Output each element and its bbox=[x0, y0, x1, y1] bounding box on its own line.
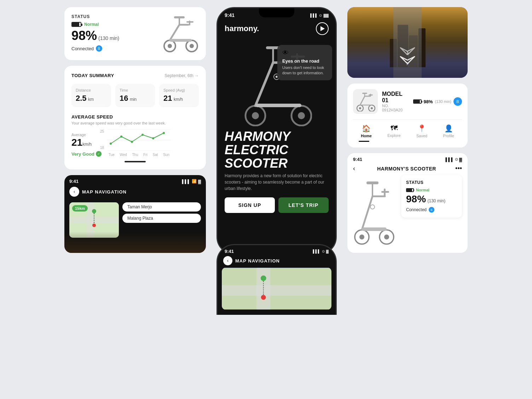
model-battery-group: 98% (130 min) B bbox=[413, 97, 462, 106]
today-summary-card: TODAY SUMMARY September, 6th → Distance … bbox=[64, 66, 206, 169]
status-title: STATUS bbox=[71, 14, 154, 19]
stat-time: Time 16 min bbox=[115, 84, 155, 107]
ssc-signal-icon: ▌▌▌ bbox=[446, 157, 454, 162]
signup-button[interactable]: SIGN UP bbox=[225, 197, 275, 213]
map-navigation-card: 9:41 ▌▌▌ 📶 ▓ ‹ MAP NAVIGATION 15km bbox=[64, 175, 206, 253]
bottom-back-button[interactable]: ‹ bbox=[223, 256, 232, 265]
summary-title: TODAY SUMMARY bbox=[71, 73, 114, 78]
bottom-map-title: MAP NAVIGATION bbox=[235, 258, 280, 264]
profile-tab-icon: 👤 bbox=[444, 124, 453, 133]
signal-icon: ▌▌▌ bbox=[182, 179, 190, 184]
ssc-normal-badge: Normal bbox=[416, 188, 429, 192]
chart-svg bbox=[107, 129, 171, 151]
tab-profile[interactable]: 👤 Profile bbox=[443, 124, 454, 138]
svg-rect-47 bbox=[362, 93, 367, 94]
bottom-status-bar: 9:41 ▌▌▌ ⊙ ▓ bbox=[218, 245, 336, 254]
svg-point-41 bbox=[359, 107, 361, 109]
battery-icon bbox=[71, 22, 81, 27]
model-name: MODEL 01 bbox=[382, 91, 409, 104]
center-column: 9:41 ▌▌▌ ⊙ ▓▓ harmony. bbox=[213, 7, 340, 315]
explore-tab-icon: 🗺 bbox=[391, 124, 398, 132]
km-badge: 15km bbox=[72, 205, 88, 212]
model-scooter-thumb bbox=[353, 89, 378, 114]
phone-scooter-area: 👁 Eyes on the road Users don't need to l… bbox=[218, 38, 336, 130]
ssc-more-button[interactable]: ••• bbox=[455, 165, 462, 172]
phone-notch bbox=[259, 8, 294, 17]
svg-point-17 bbox=[163, 132, 165, 134]
saved-tab-label: Saved bbox=[416, 134, 427, 138]
main-phone: 9:41 ▌▌▌ ⊙ ▓▓ harmony. bbox=[216, 7, 337, 255]
svg-rect-53 bbox=[384, 189, 386, 196]
hero-desc: Harmony provides a new form of solution … bbox=[225, 173, 329, 192]
svg-rect-7 bbox=[174, 16, 185, 18]
play-button[interactable] bbox=[316, 22, 329, 35]
svg-point-27 bbox=[298, 112, 305, 119]
tooltip-bubble: 👁 Eyes on the road Users don't need to l… bbox=[277, 45, 332, 80]
bottom-status-icons: ▌▌▌ ⊙ ▓ bbox=[313, 249, 329, 254]
destinations-list: Taman Merjo Malang Plaza bbox=[122, 202, 201, 223]
tab-saved[interactable]: 📍 Saved bbox=[416, 124, 427, 138]
summary-date: September, 6th → bbox=[164, 73, 199, 78]
hero-buttons: SIGN UP LET'S TRIP bbox=[225, 197, 329, 213]
stat-speed: Speed (Avg) 21 km/h bbox=[159, 84, 199, 107]
ssc-connected-label: Connected bbox=[406, 207, 427, 212]
svg-point-1 bbox=[168, 44, 172, 48]
model-battery-icon bbox=[413, 99, 422, 104]
harmony-scooter-card: 9:41 ▌▌▌ ⊙ ▓ ‹ HARMONY'S SCOOTER ••• bbox=[347, 153, 468, 253]
tab-explore[interactable]: 🗺 Explore bbox=[387, 124, 400, 138]
scooter-illustration bbox=[160, 14, 199, 53]
bottom-map-svg bbox=[222, 267, 331, 310]
avg-speed-section: AVERAGE SPEED Your average speed was ver… bbox=[71, 114, 199, 157]
battery-status-icon: ▓ bbox=[198, 179, 201, 184]
tab-bar: 🏠 Home 🗺 Explore 📍 Saved 👤 Profile bbox=[353, 120, 462, 138]
svg-point-3 bbox=[190, 44, 194, 48]
svg-rect-5 bbox=[189, 21, 190, 25]
tooltip-title: Eyes on the road bbox=[282, 58, 327, 64]
svg-rect-8 bbox=[170, 39, 192, 42]
svg-point-25 bbox=[252, 112, 259, 119]
back-button[interactable]: ‹ bbox=[69, 187, 79, 197]
svg-point-51 bbox=[384, 235, 389, 239]
ssc-scooter-svg bbox=[353, 175, 395, 246]
ssc-status-bar: 9:41 ▌▌▌ ⊙ ▓ bbox=[347, 153, 468, 162]
svg-point-57 bbox=[370, 205, 375, 209]
wifi-icon: ⊙ bbox=[319, 13, 322, 17]
svg-point-23 bbox=[92, 224, 96, 227]
ssc-battery-time: (130 min) bbox=[428, 198, 446, 203]
model-bluetooth-icon: B bbox=[453, 97, 462, 106]
svg-rect-32 bbox=[255, 104, 301, 107]
svg-rect-56 bbox=[362, 227, 387, 231]
model-battery-percent: 98% bbox=[424, 99, 433, 104]
ssc-scooter-image bbox=[353, 175, 395, 247]
connected-label: Connected bbox=[71, 46, 94, 51]
model-card: MODEL 01 NO. 0912H3A20 98% (130 min) B 🏠… bbox=[347, 83, 468, 148]
svg-point-21 bbox=[92, 209, 96, 213]
battery-time: (130 min) bbox=[98, 35, 119, 41]
svg-rect-55 bbox=[366, 181, 378, 184]
tooltip-eye-icon: 👁 bbox=[282, 49, 327, 57]
svg-point-13 bbox=[120, 135, 122, 138]
explore-tab-label: Explore bbox=[387, 133, 400, 138]
svg-point-49 bbox=[359, 235, 364, 239]
ssc-title: HARMONY'S SCOOTER bbox=[358, 166, 455, 172]
ssc-status-box: STATUS Normal 98% (130 min) Connected B bbox=[401, 175, 462, 218]
ssc-status-label: STATUS bbox=[406, 180, 457, 185]
saved-tab-icon: 📍 bbox=[417, 124, 426, 133]
ssc-time: 9:41 bbox=[353, 157, 362, 162]
tab-home[interactable]: 🏠 Home bbox=[361, 124, 372, 138]
ssc-back-button[interactable]: ‹ bbox=[353, 165, 355, 172]
svg-rect-45 bbox=[370, 94, 371, 97]
status-card: STATUS Normal 98% (130 min) Connected B bbox=[64, 7, 206, 60]
bottom-time: 9:41 bbox=[225, 249, 234, 254]
phone-status-icons: ▌▌▌ ⊙ ▓▓ bbox=[310, 12, 329, 18]
phone-battery-icon: ▓▓ bbox=[323, 13, 329, 17]
map-status-icons: ▌▌▌ 📶 ▓ bbox=[182, 179, 201, 184]
trip-button[interactable]: LET'S TRIP bbox=[278, 197, 329, 213]
svg-point-43 bbox=[371, 107, 373, 109]
svg-point-16 bbox=[152, 137, 154, 139]
wifi-icon: 📶 bbox=[192, 179, 197, 184]
avg-speed-sub: Your average speed was very good over th… bbox=[71, 121, 199, 125]
home-tab-label: Home bbox=[361, 134, 372, 138]
profile-tab-label: Profile bbox=[443, 134, 454, 138]
road-arrows-svg bbox=[393, 42, 422, 71]
